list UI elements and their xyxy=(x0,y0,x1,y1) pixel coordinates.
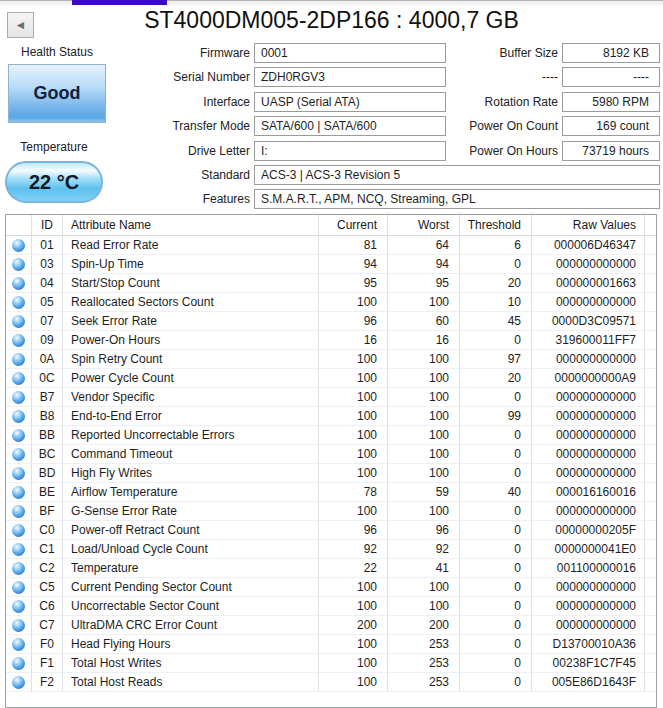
status-cell xyxy=(6,331,32,350)
attribute-current: 100 xyxy=(319,407,388,426)
attribute-worst: 96 xyxy=(388,521,460,540)
attribute-threshold: 0 xyxy=(460,445,532,464)
attribute-worst: 100 xyxy=(388,388,460,407)
filler-cell xyxy=(645,236,656,255)
attribute-current: 100 xyxy=(319,654,388,673)
attribute-id: 0A xyxy=(32,350,63,369)
attribute-worst: 100 xyxy=(388,502,460,521)
health-status-value: Good xyxy=(34,83,81,104)
attribute-id: B8 xyxy=(32,407,63,426)
attribute-worst: 92 xyxy=(388,540,460,559)
attribute-threshold: 0 xyxy=(460,616,532,635)
attribute-threshold: 0 xyxy=(460,464,532,483)
filler-cell xyxy=(645,654,656,673)
good-status-orb-icon xyxy=(12,372,25,385)
attribute-current: 92 xyxy=(319,540,388,559)
attribute-name: Power-On Hours xyxy=(63,331,319,350)
temperature-label: Temperature xyxy=(5,140,103,154)
attribute-threshold: 0 xyxy=(460,540,532,559)
temperature-value: 22 °C xyxy=(29,171,79,194)
attribute-threshold: 40 xyxy=(460,483,532,502)
attribute-name: Seek Error Rate xyxy=(63,312,319,331)
drive-letter-value: I: xyxy=(254,141,446,161)
attribute-raw-value: 000000000000 xyxy=(532,502,645,521)
attribute-name: Power-off Retract Count xyxy=(63,521,319,540)
filler-cell xyxy=(645,616,656,635)
attribute-worst: 100 xyxy=(388,578,460,597)
attribute-raw-value: 000000000000 xyxy=(532,407,645,426)
temperature-badge[interactable]: 22 °C xyxy=(5,161,103,203)
status-cell xyxy=(6,597,32,616)
filler-cell xyxy=(645,673,656,692)
good-status-orb-icon xyxy=(12,676,25,689)
table-row: C1 Load/Unload Cycle Count 92 92 0 00000… xyxy=(6,540,656,559)
status-cell xyxy=(6,521,32,540)
table-row: 09 Power-On Hours 16 16 0 319600011FF7 xyxy=(6,331,656,350)
table-row: BF G-Sense Error Rate 100 100 0 00000000… xyxy=(6,502,656,521)
smart-attribute-table: ID Attribute Name Current Worst Threshol… xyxy=(5,214,657,708)
filler-cell xyxy=(645,369,656,388)
good-status-orb-icon xyxy=(12,334,25,347)
attribute-current: 100 xyxy=(319,369,388,388)
table-row: 01 Read Error Rate 81 64 6 000006D46347 xyxy=(6,236,656,255)
good-status-orb-icon xyxy=(12,315,25,328)
status-cell xyxy=(6,407,32,426)
back-button[interactable]: ◄ xyxy=(7,12,34,38)
attribute-threshold: 99 xyxy=(460,407,532,426)
attribute-worst: 64 xyxy=(388,236,460,255)
attribute-worst: 41 xyxy=(388,559,460,578)
power-on-count-label: Power On Count xyxy=(440,119,558,133)
filler-cell xyxy=(645,635,656,654)
attribute-id: 05 xyxy=(32,293,63,312)
table-row: BE Airflow Temperature 78 59 40 00001616… xyxy=(6,483,656,502)
attribute-name: Load/Unload Cycle Count xyxy=(63,540,319,559)
serial-number-label: Serial Number xyxy=(100,70,250,84)
attribute-id: C1 xyxy=(32,540,63,559)
filler-cell xyxy=(645,521,656,540)
attribute-id: F2 xyxy=(32,673,63,692)
attribute-current: 100 xyxy=(319,426,388,445)
attribute-worst: 100 xyxy=(388,445,460,464)
filler-cell xyxy=(645,407,656,426)
standard-label: Standard xyxy=(100,168,250,182)
features-label: Features xyxy=(100,192,250,206)
attribute-threshold: 20 xyxy=(460,274,532,293)
attribute-worst: 59 xyxy=(388,483,460,502)
unknown-field-value: ---- xyxy=(562,67,660,87)
power-on-hours-label: Power On Hours xyxy=(440,144,558,158)
attribute-id: 03 xyxy=(32,255,63,274)
attribute-threshold: 0 xyxy=(460,255,532,274)
attribute-id: BB xyxy=(32,426,63,445)
interface-label: Interface xyxy=(100,95,250,109)
attribute-current: 200 xyxy=(319,616,388,635)
filler-cell xyxy=(645,540,656,559)
attribute-raw-value: 319600011FF7 xyxy=(532,331,645,350)
health-status-button[interactable]: Good xyxy=(8,64,106,123)
filler-cell xyxy=(645,350,656,369)
attribute-raw-value: 000000000000 xyxy=(532,426,645,445)
attribute-raw-value: 00000000205F xyxy=(532,521,645,540)
power-on-hours-value: 73719 hours xyxy=(562,141,660,161)
header-filler-cell xyxy=(645,215,656,236)
good-status-orb-icon xyxy=(12,562,25,575)
attribute-threshold: 45 xyxy=(460,312,532,331)
header-worst: Worst xyxy=(388,215,460,236)
attribute-worst: 253 xyxy=(388,635,460,654)
attribute-raw-value: 000006D46347 xyxy=(532,236,645,255)
attribute-worst: 100 xyxy=(388,350,460,369)
good-status-orb-icon xyxy=(12,581,25,594)
good-status-orb-icon xyxy=(12,600,25,613)
attribute-current: 100 xyxy=(319,293,388,312)
attribute-current: 78 xyxy=(319,483,388,502)
good-status-orb-icon xyxy=(12,429,25,442)
attribute-raw-value: 000016160016 xyxy=(532,483,645,502)
status-cell xyxy=(6,426,32,445)
attribute-name: Current Pending Sector Count xyxy=(63,578,319,597)
health-status-label: Health Status xyxy=(8,45,106,59)
filler-cell xyxy=(645,388,656,407)
table-row: 0A Spin Retry Count 100 100 97 000000000… xyxy=(6,350,656,369)
attribute-id: F0 xyxy=(32,635,63,654)
attribute-threshold: 6 xyxy=(460,236,532,255)
attribute-id: C7 xyxy=(32,616,63,635)
attribute-worst: 16 xyxy=(388,331,460,350)
